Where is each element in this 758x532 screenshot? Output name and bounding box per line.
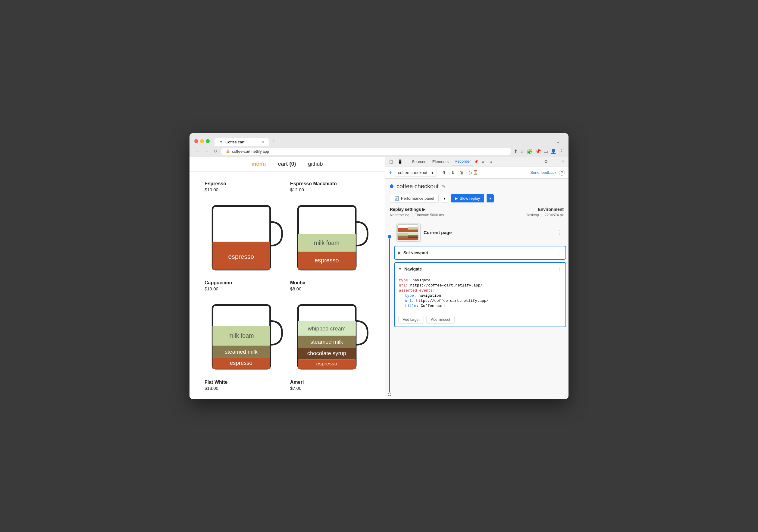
recording-header: coffee checkout ✎ — [385, 179, 568, 192]
slow-replay-button[interactable]: ▶ Slow replay — [451, 194, 484, 202]
env-separator: | — [541, 213, 542, 217]
perf-panel-label: Performance panel — [401, 196, 434, 201]
nav-github-link[interactable]: github — [308, 161, 323, 167]
traffic-lights — [194, 139, 210, 143]
address-actions: ⬆ ☆ 🧩 📌 ▭ 👤 ⋮ — [514, 149, 564, 154]
product-espresso-macchiato[interactable]: Espresso Macchiato $12.00 milk foam espr… — [287, 178, 373, 278]
svg-rect-41 — [408, 238, 418, 240]
product-name: Cappuccino — [205, 280, 284, 285]
play-icon: ▶ — [455, 196, 458, 201]
export-button[interactable]: ⬆ — [440, 169, 448, 177]
tab-close-recorder[interactable]: » — [480, 158, 487, 165]
add-timeout-button[interactable]: Add timeout — [426, 316, 455, 323]
tab-more[interactable]: » — [488, 158, 495, 165]
svg-rect-36 — [398, 238, 408, 240]
timeline-connector-1 — [389, 239, 390, 392]
meta-separator: | — [412, 213, 413, 217]
product-price: $19.00 — [205, 286, 284, 291]
step-set-viewport-header[interactable]: ▶ Set viewport ⋮ — [395, 247, 566, 259]
svg-rect-31 — [408, 227, 418, 230]
product-price: $12.00 — [290, 187, 370, 192]
svg-text:chocolate syrup: chocolate syrup — [307, 350, 346, 356]
step-more-button[interactable]: ⋮ — [556, 249, 562, 256]
browser-tab[interactable]: ▼ Coffee cart × — [215, 138, 269, 146]
lock-icon: 🔒 — [226, 149, 230, 153]
maximize-window-button[interactable] — [206, 139, 210, 143]
nav-cart-link[interactable]: cart (0) — [278, 161, 296, 167]
devtools-toolbar: ⬚ 📱 Sources Elements Recorder 📌 » » ⚙ ⋮ … — [385, 157, 568, 167]
delete-recording-button[interactable]: 🗑 — [458, 169, 466, 177]
replay-settings-label: Replay settings — [390, 207, 421, 212]
reload-button[interactable]: ↻ — [212, 148, 219, 154]
cup-svg-macchiato: milk foam espresso — [290, 195, 370, 285]
product-mocha[interactable]: Mocha $8.00 whipped cream steamed milk c… — [287, 277, 373, 377]
bookmark-icon[interactable]: ☆ — [520, 149, 524, 154]
product-espresso[interactable]: Espresso $10.00 espresso — [202, 178, 287, 278]
performance-panel-button[interactable]: 🔄 Performance panel — [390, 194, 439, 203]
close-window-button[interactable] — [194, 139, 198, 143]
steps-area: Current page ⋮ ▶ Set viewport ⋮ — [385, 220, 568, 399]
step-navigate-body: type: navigate url: https://coffee-cart.… — [395, 275, 566, 313]
tab-close-button[interactable]: × — [262, 140, 264, 144]
tab-expand-button[interactable]: ⌄ — [553, 137, 564, 146]
back-button[interactable]: ← — [194, 148, 201, 154]
menu-icon[interactable]: ⋮ — [559, 149, 564, 154]
recording-select[interactable]: coffee checkout ▾ — [395, 169, 437, 177]
devtools-more-button[interactable]: ⋮ — [551, 158, 559, 165]
code-nav-title: title: Coffee cart — [399, 304, 561, 308]
recording-title: coffee checkout — [396, 183, 439, 190]
device-toggle-icon[interactable]: 📱 — [396, 158, 404, 165]
new-tab-button[interactable]: + — [269, 136, 279, 146]
step-navigate-header[interactable]: ▼ Navigate ⋮ — [395, 263, 566, 275]
tab-elements[interactable]: Elements — [430, 158, 451, 165]
edit-recording-title-icon[interactable]: ✎ — [442, 183, 446, 189]
replay-button[interactable]: ▷⌛ — [467, 169, 480, 177]
help-button[interactable]: ? — [559, 170, 565, 176]
tab-sources[interactable]: Sources — [409, 158, 429, 165]
refresh-icon: 🔄 — [395, 196, 399, 201]
settings-button[interactable]: ⚙ — [542, 158, 550, 165]
url-bar[interactable]: 🔒 coffee-cart.netlify.app — [221, 148, 511, 155]
devtools-close-button[interactable]: × — [560, 158, 566, 165]
product-price: $8.00 — [290, 286, 370, 291]
step-navigate: ▼ Navigate ⋮ type: navigate url: https:/… — [394, 262, 566, 327]
recording-status-dot — [390, 184, 394, 188]
code-nav-url: url: https://coffee-cart.netlify.app/ — [399, 299, 561, 303]
send-feedback-link[interactable]: Send feedback — [530, 170, 556, 175]
svg-rect-38 — [408, 233, 418, 235]
performance-panel-dropdown-button[interactable]: ▾ — [441, 194, 448, 203]
extensions-icon[interactable]: 🧩 — [527, 149, 533, 154]
forward-button[interactable]: → — [203, 148, 210, 154]
product-cappuccino[interactable]: Cappuccino $19.00 milk foam steamed milk… — [202, 277, 287, 377]
product-name: Espresso — [205, 181, 284, 186]
svg-text:espresso: espresso — [230, 360, 253, 366]
svg-rect-39 — [408, 235, 418, 237]
import-button[interactable]: ⬇ — [449, 169, 457, 177]
throttling-label: No throttling — [390, 213, 409, 217]
add-target-button[interactable]: Add target — [398, 316, 424, 323]
product-americano[interactable]: Ameri $7.00 Total: $0.00 — [287, 377, 373, 399]
svg-text:milk foam: milk foam — [314, 240, 339, 246]
step-set-viewport: ▶ Set viewport ⋮ — [394, 246, 566, 260]
nav-menu-link[interactable]: menu — [251, 161, 266, 167]
current-page-more-button[interactable]: ⋮ — [555, 229, 564, 237]
replay-settings-title[interactable]: Replay settings ▶ — [390, 207, 444, 212]
pin-icon[interactable]: 📌 — [535, 149, 541, 154]
step-expand-icon: ▶ — [398, 250, 401, 255]
inspector-icon[interactable]: ⬚ — [388, 158, 395, 165]
tab-favicon-icon: ▼ — [219, 140, 223, 144]
add-recording-button[interactable]: + — [389, 169, 392, 176]
code-asserted-events: asserted events: — [399, 288, 561, 293]
toolbar-separator — [407, 158, 407, 164]
product-flat-white[interactable]: Flat White $18.00 — [202, 377, 287, 399]
slow-replay-dropdown-button[interactable]: ▾ — [487, 194, 494, 202]
profile-icon[interactable]: 👤 — [550, 149, 556, 154]
minimize-window-button[interactable] — [200, 139, 204, 143]
step-navigate-more-button[interactable]: ⋮ — [556, 266, 562, 272]
product-name: Mocha — [290, 280, 370, 285]
sidebar-icon[interactable]: ▭ — [543, 149, 548, 154]
share-icon[interactable]: ⬆ — [514, 149, 518, 154]
tab-recorder[interactable]: Recorder — [452, 158, 473, 165]
webpage-nav: menu cart (0) github — [190, 157, 385, 172]
svg-text:milk foam: milk foam — [228, 332, 254, 339]
